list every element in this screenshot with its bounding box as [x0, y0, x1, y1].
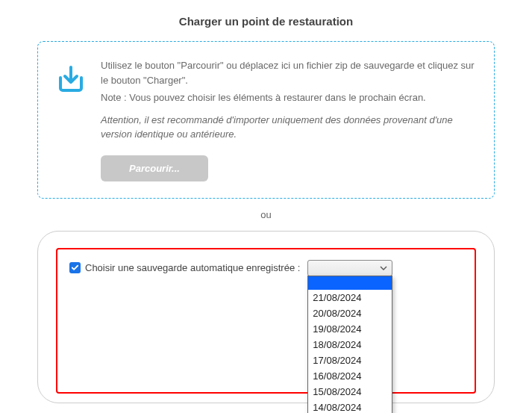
backup-option[interactable]: 21/08/2024 — [308, 290, 392, 305]
backup-option[interactable]: 20/08/2024 — [308, 305, 392, 321]
backup-option[interactable]: 18/08/2024 — [308, 337, 392, 353]
backup-option[interactable]: 17/08/2024 — [308, 353, 392, 368]
highlight-box: Choisir une sauvegarde automatique enreg… — [56, 248, 476, 394]
backup-select[interactable] — [307, 260, 392, 276]
choose-backup-label: Choisir une sauvegarde automatique enreg… — [85, 262, 300, 273]
backup-option[interactable]: 15/08/2024 — [308, 384, 392, 400]
upload-dropzone[interactable]: Utilisez le bouton "Parcourir" ou déplac… — [37, 41, 495, 199]
or-separator: ou — [37, 209, 495, 220]
download-icon — [54, 63, 87, 98]
page-title: Charger un point de restauration — [37, 15, 495, 28]
browse-button[interactable]: Parcourir... — [101, 155, 208, 181]
choose-backup-panel: Choisir une sauvegarde automatique enreg… — [37, 231, 495, 403]
backup-option[interactable] — [308, 276, 392, 290]
upload-text: Utilisez le bouton "Parcourir" ou déplac… — [101, 58, 478, 181]
upload-instruction-1: Utilisez le bouton "Parcourir" ou déplac… — [101, 58, 478, 87]
chevron-down-icon — [380, 262, 387, 273]
choose-backup-checkbox[interactable] — [69, 262, 81, 273]
backup-option[interactable]: 14/08/2024 — [308, 400, 392, 414]
upload-warning: Attention, il est recommandé d'importer … — [101, 113, 478, 142]
upload-instruction-2: Note : Vous pouvez choisir les éléments … — [101, 90, 478, 105]
backup-option[interactable]: 16/08/2024 — [308, 368, 392, 384]
backup-option[interactable]: 19/08/2024 — [308, 321, 392, 337]
backup-dropdown[interactable]: 21/08/202420/08/202419/08/202418/08/2024… — [307, 276, 392, 414]
